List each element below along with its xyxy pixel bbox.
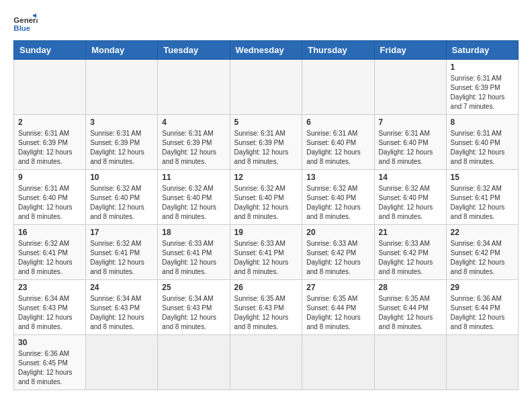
- page-header: General Blue: [13, 13, 519, 34]
- day-info: Sunrise: 6:33 AM Sunset: 6:41 PM Dayligh…: [162, 239, 225, 277]
- day-number: 28: [379, 283, 442, 292]
- day-number: 14: [379, 173, 442, 182]
- day-info: Sunrise: 6:31 AM Sunset: 6:39 PM Dayligh…: [234, 129, 298, 167]
- calendar-day-cell: 7Sunrise: 6:31 AM Sunset: 6:40 PM Daylig…: [374, 115, 446, 170]
- day-info: Sunrise: 6:32 AM Sunset: 6:41 PM Dayligh…: [451, 184, 514, 222]
- day-number: 1: [451, 62, 514, 72]
- day-info: Sunrise: 6:36 AM Sunset: 6:44 PM Dayligh…: [451, 294, 514, 332]
- day-info: Sunrise: 6:36 AM Sunset: 6:45 PM Dayligh…: [18, 349, 81, 387]
- calendar-day-cell: 24Sunrise: 6:34 AM Sunset: 6:43 PM Dayli…: [86, 280, 158, 335]
- calendar-day-cell: 13Sunrise: 6:32 AM Sunset: 6:40 PM Dayli…: [302, 170, 374, 225]
- day-info: Sunrise: 6:32 AM Sunset: 6:40 PM Dayligh…: [379, 184, 442, 222]
- calendar-day-cell: [230, 60, 302, 115]
- day-info: Sunrise: 6:31 AM Sunset: 6:39 PM Dayligh…: [451, 74, 514, 111]
- day-number: 23: [18, 283, 81, 292]
- day-info: Sunrise: 6:31 AM Sunset: 6:39 PM Dayligh…: [18, 129, 81, 167]
- calendar-day-cell: 15Sunrise: 6:32 AM Sunset: 6:41 PM Dayli…: [446, 170, 518, 225]
- calendar-day-cell: 11Sunrise: 6:32 AM Sunset: 6:40 PM Dayli…: [158, 170, 230, 225]
- calendar-day-cell: [14, 60, 86, 115]
- calendar-day-cell: 4Sunrise: 6:31 AM Sunset: 6:39 PM Daylig…: [158, 115, 230, 170]
- calendar-header-row: SundayMondayTuesdayWednesdayThursdayFrid…: [14, 41, 519, 60]
- day-number: 7: [379, 118, 442, 127]
- day-info: Sunrise: 6:31 AM Sunset: 6:39 PM Dayligh…: [90, 129, 153, 167]
- day-info: Sunrise: 6:33 AM Sunset: 6:42 PM Dayligh…: [379, 239, 442, 277]
- calendar-day-cell: [158, 335, 230, 390]
- day-number: 18: [162, 228, 225, 237]
- calendar-day-cell: 5Sunrise: 6:31 AM Sunset: 6:39 PM Daylig…: [230, 115, 302, 170]
- day-number: 20: [306, 228, 369, 237]
- day-info: Sunrise: 6:35 AM Sunset: 6:44 PM Dayligh…: [379, 294, 442, 332]
- day-number: 30: [18, 338, 81, 347]
- calendar-day-cell: 17Sunrise: 6:32 AM Sunset: 6:41 PM Dayli…: [86, 225, 158, 280]
- calendar-day-cell: 3Sunrise: 6:31 AM Sunset: 6:39 PM Daylig…: [86, 115, 158, 170]
- calendar-day-cell: [158, 60, 230, 115]
- logo: General Blue: [13, 13, 44, 34]
- day-number: 8: [451, 118, 514, 127]
- day-info: Sunrise: 6:34 AM Sunset: 6:43 PM Dayligh…: [162, 294, 225, 332]
- svg-text:Blue: Blue: [13, 24, 30, 32]
- day-number: 25: [162, 283, 225, 292]
- day-number: 11: [162, 173, 225, 182]
- day-number: 19: [234, 228, 298, 237]
- day-number: 29: [451, 283, 514, 292]
- calendar-week-row: 1Sunrise: 6:31 AM Sunset: 6:39 PM Daylig…: [14, 60, 519, 115]
- calendar-table: SundayMondayTuesdayWednesdayThursdayFrid…: [13, 40, 519, 390]
- calendar-day-cell: 22Sunrise: 6:34 AM Sunset: 6:42 PM Dayli…: [446, 225, 518, 280]
- calendar-day-cell: [446, 335, 518, 390]
- day-number: 9: [18, 173, 81, 182]
- day-number: 2: [18, 118, 81, 127]
- day-info: Sunrise: 6:33 AM Sunset: 6:42 PM Dayligh…: [306, 239, 369, 277]
- day-number: 5: [234, 118, 298, 127]
- day-number: 26: [234, 283, 298, 292]
- calendar-day-cell: [374, 60, 446, 115]
- day-number: 3: [90, 118, 153, 127]
- calendar-day-cell: 8Sunrise: 6:31 AM Sunset: 6:40 PM Daylig…: [446, 115, 518, 170]
- day-info: Sunrise: 6:32 AM Sunset: 6:40 PM Dayligh…: [162, 184, 225, 222]
- day-info: Sunrise: 6:32 AM Sunset: 6:40 PM Dayligh…: [90, 184, 153, 222]
- day-number: 21: [379, 228, 442, 237]
- day-info: Sunrise: 6:31 AM Sunset: 6:40 PM Dayligh…: [379, 129, 442, 167]
- calendar-day-cell: [86, 335, 158, 390]
- calendar-day-cell: 16Sunrise: 6:32 AM Sunset: 6:41 PM Dayli…: [14, 225, 86, 280]
- calendar-day-cell: [302, 60, 374, 115]
- day-info: Sunrise: 6:32 AM Sunset: 6:41 PM Dayligh…: [18, 239, 81, 277]
- calendar-day-cell: 29Sunrise: 6:36 AM Sunset: 6:44 PM Dayli…: [446, 280, 518, 335]
- calendar-day-cell: 2Sunrise: 6:31 AM Sunset: 6:39 PM Daylig…: [14, 115, 86, 170]
- day-number: 27: [306, 283, 369, 292]
- day-number: 24: [90, 283, 153, 292]
- calendar-week-row: 9Sunrise: 6:31 AM Sunset: 6:40 PM Daylig…: [14, 170, 519, 225]
- day-number: 10: [90, 173, 153, 182]
- calendar-week-row: 2Sunrise: 6:31 AM Sunset: 6:39 PM Daylig…: [14, 115, 519, 170]
- calendar-week-row: 16Sunrise: 6:32 AM Sunset: 6:41 PM Dayli…: [14, 225, 519, 280]
- calendar-day-cell: 25Sunrise: 6:34 AM Sunset: 6:43 PM Dayli…: [158, 280, 230, 335]
- day-info: Sunrise: 6:31 AM Sunset: 6:40 PM Dayligh…: [451, 129, 514, 167]
- calendar-week-row: 30Sunrise: 6:36 AM Sunset: 6:45 PM Dayli…: [14, 335, 519, 390]
- day-number: 13: [306, 173, 369, 182]
- day-info: Sunrise: 6:32 AM Sunset: 6:40 PM Dayligh…: [306, 184, 369, 222]
- day-info: Sunrise: 6:31 AM Sunset: 6:40 PM Dayligh…: [18, 184, 81, 222]
- calendar-day-cell: 9Sunrise: 6:31 AM Sunset: 6:40 PM Daylig…: [14, 170, 86, 225]
- day-info: Sunrise: 6:31 AM Sunset: 6:39 PM Dayligh…: [162, 129, 225, 167]
- day-info: Sunrise: 6:35 AM Sunset: 6:43 PM Dayligh…: [234, 294, 298, 332]
- day-number: 6: [306, 118, 369, 127]
- calendar-day-cell: 27Sunrise: 6:35 AM Sunset: 6:44 PM Dayli…: [302, 280, 374, 335]
- calendar-day-cell: 23Sunrise: 6:34 AM Sunset: 6:43 PM Dayli…: [14, 280, 86, 335]
- calendar-day-cell: [374, 335, 446, 390]
- day-info: Sunrise: 6:34 AM Sunset: 6:42 PM Dayligh…: [451, 239, 514, 277]
- day-number: 12: [234, 173, 298, 182]
- calendar-day-cell: 10Sunrise: 6:32 AM Sunset: 6:40 PM Dayli…: [86, 170, 158, 225]
- day-info: Sunrise: 6:32 AM Sunset: 6:41 PM Dayligh…: [90, 239, 153, 277]
- column-header-saturday: Saturday: [446, 41, 518, 60]
- calendar-day-cell: 28Sunrise: 6:35 AM Sunset: 6:44 PM Dayli…: [374, 280, 446, 335]
- svg-text:General: General: [13, 16, 38, 24]
- day-info: Sunrise: 6:35 AM Sunset: 6:44 PM Dayligh…: [306, 294, 369, 332]
- calendar-day-cell: 18Sunrise: 6:33 AM Sunset: 6:41 PM Dayli…: [158, 225, 230, 280]
- calendar-day-cell: 21Sunrise: 6:33 AM Sunset: 6:42 PM Dayli…: [374, 225, 446, 280]
- day-number: 22: [451, 228, 514, 237]
- calendar-day-cell: 19Sunrise: 6:33 AM Sunset: 6:41 PM Dayli…: [230, 225, 302, 280]
- day-info: Sunrise: 6:31 AM Sunset: 6:40 PM Dayligh…: [306, 129, 369, 167]
- column-header-thursday: Thursday: [302, 41, 374, 60]
- column-header-wednesday: Wednesday: [230, 41, 302, 60]
- calendar-week-row: 23Sunrise: 6:34 AM Sunset: 6:43 PM Dayli…: [14, 280, 519, 335]
- general-blue-logo-icon: General Blue: [13, 13, 38, 34]
